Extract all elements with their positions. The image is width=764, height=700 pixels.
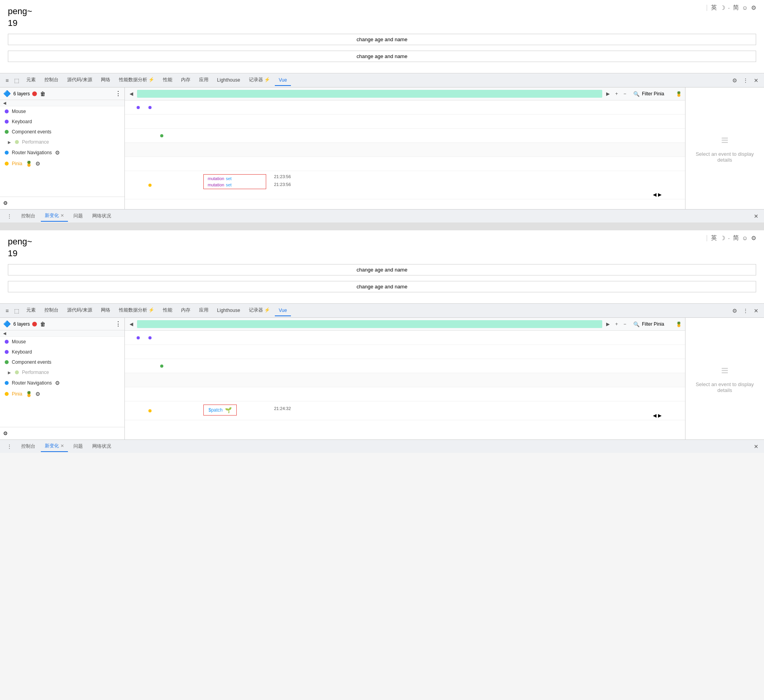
tab-recorder[interactable]: 记录器 ⚡ xyxy=(245,74,274,86)
tab-memory[interactable]: 内存 xyxy=(177,74,194,86)
clear-icon-2[interactable]: 🗑 xyxy=(40,321,46,327)
scroll-left-icon-2[interactable]: ◀ xyxy=(3,331,6,335)
settings-icon[interactable]: ⚙ xyxy=(730,76,740,85)
zh-icon-2[interactable]: 简 xyxy=(733,234,739,242)
close-icon[interactable]: ✕ xyxy=(751,76,761,85)
nav-right-icon[interactable]: ▶ xyxy=(658,192,662,197)
close-icon-2[interactable]: ✕ xyxy=(751,306,761,315)
tab-perf-data-2[interactable]: 性能数据分析 ⚡ xyxy=(115,304,158,317)
layer-pinia-2[interactable]: Pinia 🍍 ⚙ xyxy=(0,388,124,399)
layers-more-icon-2[interactable]: ⋮ xyxy=(115,320,121,328)
bottom-close-icon-2[interactable]: ✕ xyxy=(751,442,761,451)
tab-lighthouse[interactable]: Lighthouse xyxy=(213,75,244,86)
layer-router-2[interactable]: Router Navigations ⚙ xyxy=(0,377,124,388)
lang-icon[interactable]: 英 xyxy=(711,4,717,11)
tab-app-2[interactable]: 应用 xyxy=(195,304,212,317)
dot-mouse-t2-1 xyxy=(137,336,140,339)
change-btn-2b[interactable]: change age and name xyxy=(8,281,756,292)
nav-menu-icon[interactable]: ≡ xyxy=(3,76,11,85)
router-gear-icon: ⚙ xyxy=(55,149,60,156)
layer-pinia[interactable]: Pinia 🍍 ⚙ xyxy=(0,158,124,169)
timeline-plus-2[interactable]: + xyxy=(614,321,620,328)
smile-icon[interactable]: ☺ xyxy=(742,4,748,11)
layers-more-icon-1[interactable]: ⋮ xyxy=(115,90,121,97)
expand-arrow[interactable]: ▶ xyxy=(8,140,11,144)
moon-icon-2[interactable]: ☽ xyxy=(720,235,725,242)
nav-right-icon-2[interactable]: ▶ xyxy=(658,413,662,418)
tab-perf-data[interactable]: 性能数据分析 ⚡ xyxy=(115,74,158,86)
bottom-more-icon-2[interactable]: ⋮ xyxy=(3,442,16,451)
layer-mouse[interactable]: Mouse xyxy=(0,106,124,117)
layer-keyboard-2[interactable]: Keyboard xyxy=(0,347,124,357)
nav-inspect-icon-2[interactable]: ⬚ xyxy=(12,306,22,315)
bottom-tab-new-changes-1[interactable]: 新变化 ✕ xyxy=(41,210,68,222)
bottom-tab-network-1[interactable]: 网络状况 xyxy=(88,211,115,221)
tab-elements[interactable]: 元素 xyxy=(22,74,40,86)
lang-icon-2[interactable]: 英 xyxy=(711,234,717,242)
change-btn-1a[interactable]: change age and name xyxy=(8,34,756,45)
bottom-tab-network-2[interactable]: 网络状况 xyxy=(88,441,115,452)
layer-performance[interactable]: ▶ Performance xyxy=(0,137,124,147)
bottom-tab-new-changes-2[interactable]: 新变化 ✕ xyxy=(41,441,68,452)
nav-left-icon[interactable]: ◀ xyxy=(653,192,656,197)
layer-mouse-2[interactable]: Mouse xyxy=(0,337,124,347)
filter-input-1[interactable] xyxy=(642,91,673,97)
bottom-tab-console-1[interactable]: 控制台 xyxy=(17,211,39,221)
bottom-tab-console-2[interactable]: 控制台 xyxy=(17,441,39,452)
patch-box-2[interactable]: $patch 🌱 xyxy=(203,405,237,416)
tab-vue[interactable]: Vue xyxy=(275,75,291,86)
tab-memory-2[interactable]: 内存 xyxy=(177,304,194,317)
bottom-tab-issues-1[interactable]: 问题 xyxy=(69,211,87,221)
nav-menu-icon-2[interactable]: ≡ xyxy=(3,306,11,315)
layer-component-events[interactable]: Component events xyxy=(0,127,124,137)
tab-recorder-2[interactable]: 记录器 ⚡ xyxy=(245,304,274,317)
layer-keyboard[interactable]: Keyboard xyxy=(0,117,124,127)
timeline-scroll-left-2[interactable]: ◀ xyxy=(128,321,135,328)
timeline-nav-right-2[interactable]: ▶ xyxy=(605,321,611,328)
tab-network[interactable]: 网络 xyxy=(97,74,114,86)
tab-vue-2[interactable]: Vue xyxy=(275,305,291,316)
tab-console[interactable]: 控制台 xyxy=(40,74,62,86)
expand-arrow-2[interactable]: ▶ xyxy=(8,370,11,375)
layer-performance-2[interactable]: ▶ Performance xyxy=(0,367,124,377)
tab-perf-2[interactable]: 性能 xyxy=(159,304,176,317)
tab-perf[interactable]: 性能 xyxy=(159,74,176,86)
settings-gear-icon-1[interactable]: ⚙ xyxy=(3,200,8,206)
tab-app[interactable]: 应用 xyxy=(195,74,212,86)
scroll-left-icon[interactable]: ◀ xyxy=(3,101,6,105)
timeline-minus-2[interactable]: − xyxy=(622,321,628,328)
timeline-minus[interactable]: − xyxy=(622,90,628,97)
more-icon-2[interactable]: ⋮ xyxy=(740,306,751,315)
layer-router[interactable]: Router Navigations ⚙ xyxy=(0,147,124,158)
bottom-close-icon-1[interactable]: ✕ xyxy=(751,211,761,221)
tab-network-2[interactable]: 网络 xyxy=(97,304,114,317)
moon-icon[interactable]: ☽ xyxy=(720,4,725,11)
more-icon[interactable]: ⋮ xyxy=(740,76,751,85)
timeline-nav-right[interactable]: ▶ xyxy=(605,90,611,97)
nav-inspect-icon[interactable]: ⬚ xyxy=(12,76,22,85)
timeline-plus[interactable]: + xyxy=(614,90,620,97)
mutation-box-1[interactable]: mutation set mutation set xyxy=(203,174,266,189)
nav-left-icon-2[interactable]: ◀ xyxy=(653,413,656,418)
settings-gear-icon-2[interactable]: ⚙ xyxy=(3,430,8,436)
change-btn-1b[interactable]: change age and name xyxy=(8,51,756,62)
clear-icon-1[interactable]: 🗑 xyxy=(40,91,46,97)
gear-icon-top-2[interactable]: ⚙ xyxy=(751,235,756,242)
new-changes-close-2[interactable]: ✕ xyxy=(60,443,64,448)
timeline-scroll-left[interactable]: ◀ xyxy=(128,90,135,97)
tab-elements-2[interactable]: 元素 xyxy=(22,304,40,317)
tab-sources[interactable]: 源代码/来源 xyxy=(63,74,96,86)
tab-lighthouse-2[interactable]: Lighthouse xyxy=(213,305,244,316)
gear-icon-top[interactable]: ⚙ xyxy=(751,4,756,11)
change-btn-2a[interactable]: change age and name xyxy=(8,264,756,275)
zh-icon[interactable]: 简 xyxy=(733,4,739,11)
smile-icon-2[interactable]: ☺ xyxy=(742,235,748,241)
new-changes-close-1[interactable]: ✕ xyxy=(60,213,64,218)
bottom-tab-issues-2[interactable]: 问题 xyxy=(69,441,87,452)
filter-input-2[interactable] xyxy=(642,321,673,327)
tab-console-2[interactable]: 控制台 xyxy=(40,304,62,317)
layer-component-events-2[interactable]: Component events xyxy=(0,357,124,367)
settings-icon-2[interactable]: ⚙ xyxy=(730,306,740,315)
bottom-more-icon[interactable]: ⋮ xyxy=(3,211,16,221)
tab-sources-2[interactable]: 源代码/来源 xyxy=(63,304,96,317)
